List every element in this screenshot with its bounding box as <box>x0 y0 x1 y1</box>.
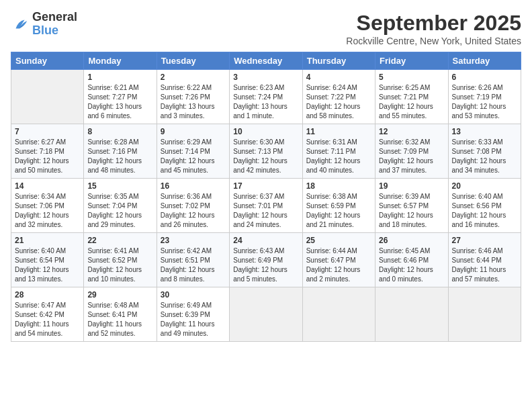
day-number: 25 <box>306 236 371 245</box>
day-number: 22 <box>87 236 152 245</box>
day-number: 10 <box>233 127 298 136</box>
calendar-cell: 12Sunrise: 6:32 AMSunset: 7:09 PMDayligh… <box>375 124 448 179</box>
day-number: 7 <box>15 127 80 136</box>
day-info: Sunrise: 6:44 AMSunset: 6:47 PMDaylight:… <box>306 246 371 284</box>
page-header: General Blue September 2025 Rockville Ce… <box>11 11 521 46</box>
calendar-cell: 13Sunrise: 6:33 AMSunset: 7:08 PMDayligh… <box>448 124 521 179</box>
day-of-week-header: Tuesday <box>157 52 229 70</box>
day-info: Sunrise: 6:40 AMSunset: 6:56 PMDaylight:… <box>452 192 517 230</box>
day-info: Sunrise: 6:41 AMSunset: 6:52 PMDaylight:… <box>87 246 152 284</box>
calendar-table: SundayMondayTuesdayWednesdayThursdayFrid… <box>11 52 521 342</box>
day-info: Sunrise: 6:33 AMSunset: 7:08 PMDaylight:… <box>452 138 517 175</box>
day-of-week-header: Wednesday <box>230 52 302 70</box>
day-number: 23 <box>161 236 226 245</box>
day-number: 21 <box>15 236 80 245</box>
day-info: Sunrise: 6:25 AMSunset: 7:21 PMDaylight:… <box>379 83 444 121</box>
day-number: 12 <box>379 127 444 136</box>
calendar-cell: 21Sunrise: 6:40 AMSunset: 6:54 PMDayligh… <box>11 233 84 287</box>
day-info: Sunrise: 6:47 AMSunset: 6:42 PMDaylight:… <box>15 301 80 338</box>
day-info: Sunrise: 6:24 AMSunset: 7:22 PMDaylight:… <box>306 83 371 121</box>
day-number: 29 <box>87 290 152 300</box>
day-info: Sunrise: 6:45 AMSunset: 6:46 PMDaylight:… <box>379 246 444 284</box>
day-info: Sunrise: 6:34 AMSunset: 7:06 PMDaylight:… <box>15 192 80 230</box>
day-number: 27 <box>452 236 517 245</box>
calendar-cell: 29Sunrise: 6:48 AMSunset: 6:41 PMDayligh… <box>84 287 157 342</box>
day-info: Sunrise: 6:40 AMSunset: 6:54 PMDaylight:… <box>15 246 80 284</box>
day-number: 20 <box>452 181 517 191</box>
title-block: September 2025 Rockville Centre, New Yor… <box>346 11 521 46</box>
logo-bird-icon <box>11 15 30 34</box>
calendar-cell: 28Sunrise: 6:47 AMSunset: 6:42 PMDayligh… <box>11 287 84 342</box>
day-number: 5 <box>379 73 444 82</box>
calendar-cell: 6Sunrise: 6:26 AMSunset: 7:19 PMDaylight… <box>448 70 521 124</box>
calendar-cell: 9Sunrise: 6:29 AMSunset: 7:14 PMDaylight… <box>157 124 229 179</box>
day-info: Sunrise: 6:31 AMSunset: 7:11 PMDaylight:… <box>306 138 371 175</box>
day-info: Sunrise: 6:23 AMSunset: 7:24 PMDaylight:… <box>233 83 298 121</box>
day-info: Sunrise: 6:48 AMSunset: 6:41 PMDaylight:… <box>87 301 152 338</box>
day-of-week-header: Friday <box>375 52 448 70</box>
calendar-cell: 26Sunrise: 6:45 AMSunset: 6:46 PMDayligh… <box>375 233 448 287</box>
day-number: 15 <box>87 181 152 191</box>
calendar-cell: 8Sunrise: 6:28 AMSunset: 7:16 PMDaylight… <box>84 124 157 179</box>
calendar-cell: 3Sunrise: 6:23 AMSunset: 7:24 PMDaylight… <box>230 70 302 124</box>
calendar-cell: 5Sunrise: 6:25 AMSunset: 7:21 PMDaylight… <box>375 70 448 124</box>
calendar-cell <box>302 287 375 342</box>
day-of-week-header: Monday <box>84 52 157 70</box>
day-number: 6 <box>452 73 517 82</box>
day-number: 19 <box>379 181 444 191</box>
day-info: Sunrise: 6:22 AMSunset: 7:26 PMDaylight:… <box>161 83 226 121</box>
calendar-cell: 7Sunrise: 6:27 AMSunset: 7:18 PMDaylight… <box>11 124 84 179</box>
day-number: 26 <box>379 236 444 245</box>
calendar-cell <box>448 287 521 342</box>
day-number: 4 <box>306 73 371 82</box>
day-number: 1 <box>87 73 152 82</box>
day-number: 17 <box>233 181 298 191</box>
calendar-cell <box>375 287 448 342</box>
day-number: 28 <box>15 290 80 300</box>
location-subtitle: Rockville Centre, New York, United State… <box>346 36 521 46</box>
day-info: Sunrise: 6:36 AMSunset: 7:02 PMDaylight:… <box>161 192 226 230</box>
day-number: 14 <box>15 181 80 191</box>
calendar-cell: 20Sunrise: 6:40 AMSunset: 6:56 PMDayligh… <box>448 179 521 233</box>
day-info: Sunrise: 6:30 AMSunset: 7:13 PMDaylight:… <box>233 138 298 175</box>
day-info: Sunrise: 6:29 AMSunset: 7:14 PMDaylight:… <box>161 138 226 175</box>
calendar-cell: 15Sunrise: 6:35 AMSunset: 7:04 PMDayligh… <box>84 179 157 233</box>
day-info: Sunrise: 6:49 AMSunset: 6:39 PMDaylight:… <box>161 301 226 338</box>
calendar-cell: 14Sunrise: 6:34 AMSunset: 7:06 PMDayligh… <box>11 179 84 233</box>
day-number: 13 <box>452 127 517 136</box>
calendar-cell: 30Sunrise: 6:49 AMSunset: 6:39 PMDayligh… <box>157 287 229 342</box>
day-info: Sunrise: 6:27 AMSunset: 7:18 PMDaylight:… <box>15 138 80 175</box>
logo: General Blue <box>11 11 77 38</box>
calendar-cell: 1Sunrise: 6:21 AMSunset: 7:27 PMDaylight… <box>84 70 157 124</box>
day-info: Sunrise: 6:37 AMSunset: 7:01 PMDaylight:… <box>233 192 298 230</box>
day-info: Sunrise: 6:42 AMSunset: 6:51 PMDaylight:… <box>161 246 226 284</box>
calendar-cell <box>230 287 302 342</box>
calendar-cell: 2Sunrise: 6:22 AMSunset: 7:26 PMDaylight… <box>157 70 229 124</box>
day-number: 9 <box>161 127 226 136</box>
day-number: 30 <box>161 290 226 300</box>
calendar-cell: 17Sunrise: 6:37 AMSunset: 7:01 PMDayligh… <box>230 179 302 233</box>
calendar-cell: 19Sunrise: 6:39 AMSunset: 6:57 PMDayligh… <box>375 179 448 233</box>
calendar-cell: 23Sunrise: 6:42 AMSunset: 6:51 PMDayligh… <box>157 233 229 287</box>
month-year-title: September 2025 <box>346 11 521 36</box>
day-info: Sunrise: 6:32 AMSunset: 7:09 PMDaylight:… <box>379 138 444 175</box>
calendar-cell: 22Sunrise: 6:41 AMSunset: 6:52 PMDayligh… <box>84 233 157 287</box>
day-number: 18 <box>306 181 371 191</box>
calendar-cell: 10Sunrise: 6:30 AMSunset: 7:13 PMDayligh… <box>230 124 302 179</box>
calendar-cell: 11Sunrise: 6:31 AMSunset: 7:11 PMDayligh… <box>302 124 375 179</box>
day-number: 3 <box>233 73 298 82</box>
calendar-cell: 4Sunrise: 6:24 AMSunset: 7:22 PMDaylight… <box>302 70 375 124</box>
day-number: 2 <box>161 73 226 82</box>
day-info: Sunrise: 6:28 AMSunset: 7:16 PMDaylight:… <box>87 138 152 175</box>
day-of-week-header: Thursday <box>302 52 375 70</box>
day-info: Sunrise: 6:26 AMSunset: 7:19 PMDaylight:… <box>452 83 517 121</box>
day-number: 16 <box>161 181 226 191</box>
day-info: Sunrise: 6:46 AMSunset: 6:44 PMDaylight:… <box>452 246 517 284</box>
day-info: Sunrise: 6:38 AMSunset: 6:59 PMDaylight:… <box>306 192 371 230</box>
day-of-week-header: Saturday <box>448 52 521 70</box>
day-info: Sunrise: 6:35 AMSunset: 7:04 PMDaylight:… <box>87 192 152 230</box>
calendar-cell: 18Sunrise: 6:38 AMSunset: 6:59 PMDayligh… <box>302 179 375 233</box>
calendar-cell: 16Sunrise: 6:36 AMSunset: 7:02 PMDayligh… <box>157 179 229 233</box>
day-info: Sunrise: 6:43 AMSunset: 6:49 PMDaylight:… <box>233 246 298 284</box>
calendar-cell <box>11 70 84 124</box>
